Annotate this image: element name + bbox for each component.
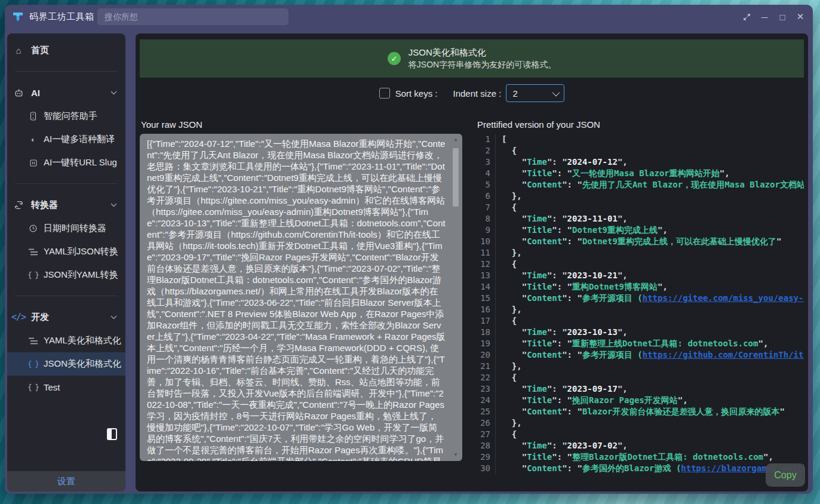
close-button[interactable]: ✕ <box>791 5 809 29</box>
list-icon <box>29 248 38 256</box>
sidebar-item-ai-url-slug[interactable]: AI一键转URL Slug <box>7 151 125 174</box>
sidebar-item-home[interactable]: ⌂首页 <box>7 38 125 62</box>
success-check-icon: ✓ <box>388 52 401 65</box>
json-line: 11 }, <box>476 247 804 259</box>
sidebar-item-yaml-format[interactable]: YAML美化和格式化 <box>7 329 125 352</box>
json-line-content: { <box>502 202 804 213</box>
json-line-content: "Time": "2023-10-21", <box>502 270 804 281</box>
raw-json-scrollbar: ▲ ▼ <box>452 136 460 459</box>
json-line: 17 { <box>476 315 804 327</box>
sidebar-item-ai-group[interactable]: AI <box>7 81 125 105</box>
indent-size-select[interactable]: 2 <box>506 84 564 102</box>
json-url-link[interactable]: https://github.com/CorentinTh/it-tools <box>643 350 804 359</box>
line-number: 6 <box>476 190 496 202</box>
sidebar-nav: ⌂首页AI智能问答助手◐AI一键多语种翻译AI一键转URL Slug转换器日期时… <box>7 33 125 471</box>
sidebar-item-ai-translate[interactable]: ◐AI一键多语种翻译 <box>7 128 125 151</box>
line-number: 23 <box>476 383 496 395</box>
robot-icon <box>13 88 24 98</box>
sidebar-item-label: JSON美化和格式化 <box>44 358 121 370</box>
json-line: 8 "Time": "2023-11-01", <box>476 213 804 225</box>
json-line-content: { <box>502 259 804 270</box>
raw-json-label: Your raw JSON <box>141 119 462 130</box>
line-number: 12 <box>476 259 496 270</box>
json-line-content: "Content": "参考开源项目 (https://github.com/C… <box>502 349 804 361</box>
json-line-content: { <box>502 429 804 440</box>
json-line: 26 }, <box>476 417 804 429</box>
scroll-down-icon[interactable]: ▼ <box>452 451 460 459</box>
line-number: 14 <box>476 281 496 293</box>
json-line: 24 "Title": "挽回Razor Pages开发网站", <box>476 395 804 406</box>
json-line-content: }, <box>502 247 804 259</box>
line-number: 9 <box>476 225 496 236</box>
json-line-content: "Title": "整理Blazor版Dotnet工具箱: dotnetools… <box>502 451 804 463</box>
copy-button[interactable]: Copy <box>766 463 805 487</box>
line-number: 18 <box>476 327 496 338</box>
titlebar: 码界工坊工具箱 ─ □ ✕ <box>5 5 813 29</box>
json-line-content: "Time": "2023-09-17", <box>502 383 804 395</box>
expand-icon[interactable] <box>738 5 755 29</box>
tool-title: JSON美化和格式化 <box>409 47 556 59</box>
sidebar-item-label: 日期时间转换器 <box>44 223 106 234</box>
json-line: 3 "Time": "2024-07-12", <box>476 156 804 168</box>
chevron-down-icon <box>552 88 560 96</box>
json-line-content: "Title": "又一轮使用Masa Blazor重构网站开始", <box>502 168 804 179</box>
app-title: 码界工坊工具箱 <box>29 11 94 23</box>
pretty-json-panel: Prettified version of your JSON 1[2 {3 "… <box>476 119 804 478</box>
json-line: 2 { <box>476 145 804 156</box>
sort-keys-checkbox[interactable] <box>379 88 390 99</box>
line-number: 16 <box>476 304 496 315</box>
app-logo-icon <box>12 11 24 23</box>
sidebar-item-ai-qa-assistant[interactable]: 智能问答助手 <box>7 105 125 128</box>
json-line-content: "Time": "2023-07-02", <box>502 440 804 451</box>
clock-icon <box>29 224 38 233</box>
settings-label: 设置 <box>57 476 75 487</box>
sidebar-item-test[interactable]: { }Test <box>7 376 125 399</box>
json-line: 12 { <box>476 259 804 270</box>
code-icon: </> <box>13 312 24 322</box>
json-line-content: "Content": "Dotnet9重构完成上线，可以在此基础上慢慢优化了" <box>502 236 804 247</box>
line-number: 24 <box>476 395 496 406</box>
json-line-content: "Title": "挽回Razor Pages开发网站", <box>502 395 804 406</box>
sidebar-item-label: JSON到YAML转换 <box>44 269 118 281</box>
raw-json-editor: [{"Time":"2024-07-12","Title":"又一轮使用Masa… <box>140 134 462 461</box>
json-url-link[interactable]: https://gitee.com/miss_you/easy-admin <box>643 293 804 303</box>
sidebar-item-yaml-to-json[interactable]: YAML到JSON转换 <box>7 240 125 263</box>
minimize-button[interactable]: ─ <box>755 5 773 29</box>
collapse-sidebar-button[interactable] <box>107 428 117 440</box>
line-number: 2 <box>476 145 496 156</box>
phone-icon <box>29 112 38 121</box>
chevron-down-icon <box>110 91 117 95</box>
raw-json-textarea[interactable]: [{"Time":"2024-07-12","Title":"又一轮使用Masa… <box>140 134 462 461</box>
sidebar-item-dev-group[interactable]: </>开发 <box>7 305 125 329</box>
search-input[interactable] <box>97 8 288 25</box>
list-icon <box>29 337 38 345</box>
maximize-button[interactable]: □ <box>773 5 791 29</box>
line-number: 8 <box>476 213 496 225</box>
line-number: 30 <box>476 463 496 474</box>
line-number: 19 <box>476 338 496 349</box>
line-number: 7 <box>476 202 496 213</box>
window-controls: ─ □ ✕ <box>738 5 809 29</box>
json-line-content: { <box>502 145 804 156</box>
settings-button[interactable]: 设置 <box>7 471 125 491</box>
sidebar: ⌂首页AI智能问答助手◐AI一键多语种翻译AI一键转URL Slug转换器日期时… <box>7 33 125 491</box>
json-line-content: "Time": "2023-10-13", <box>502 327 804 338</box>
sidebar-item-json-format[interactable]: { }JSON美化和格式化 <box>7 352 125 376</box>
json-line-content: "Title": "Dotnet9重构完成上线", <box>502 225 804 236</box>
json-line-content: "Time": "2024-07-12", <box>502 156 804 168</box>
line-number: 17 <box>476 315 496 327</box>
json-line-content: { <box>502 315 804 327</box>
sidebar-item-label: 智能问答助手 <box>44 110 97 122</box>
sidebar-item-converter-group[interactable]: 转换器 <box>7 193 125 217</box>
line-number: 15 <box>476 293 496 304</box>
scrollbar-thumb[interactable] <box>453 148 459 207</box>
sidebar-item-label: 转换器 <box>31 199 58 211</box>
sidebar-item-json-to-yaml[interactable]: { }JSON到YAML转换 <box>7 263 125 287</box>
banner-text: JSON美化和格式化 将JSON字符串修饰为友好的可读格式。 <box>409 47 556 70</box>
sidebar-divider <box>15 296 118 296</box>
pretty-json-label: Prettified version of your JSON <box>477 119 804 130</box>
json-line: 10 "Content": "Dotnet9重构完成上线，可以在此基础上慢慢优化… <box>476 236 804 247</box>
sidebar-item-datetime-converter[interactable]: 日期时间转换器 <box>7 217 125 240</box>
scroll-up-icon[interactable]: ▲ <box>452 136 460 143</box>
home-icon: ⌂ <box>13 45 24 56</box>
